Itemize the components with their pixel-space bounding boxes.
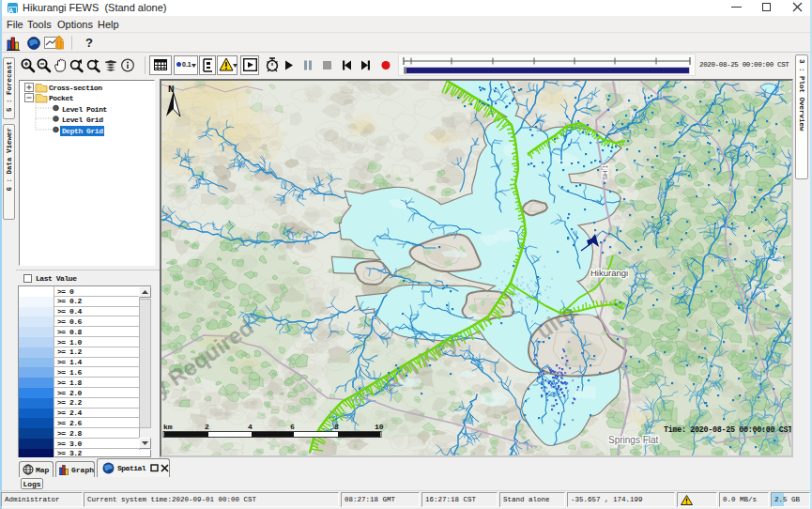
svg-text:6: 6 <box>290 423 295 431</box>
svg-text:4: 4 <box>248 423 253 431</box>
svg-text:Hikurangi: Hikurangi <box>590 268 628 278</box>
svg-text:km: km <box>163 423 173 431</box>
svg-text:8: 8 <box>334 423 339 431</box>
svg-text:Springs Flat: Springs Flat <box>608 435 659 445</box>
svg-text:SH 1: SH 1 <box>601 164 609 180</box>
svg-text:Time: 2020-08-25 00:00:00 CST: Time: 2020-08-25 00:00:00 CST <box>664 425 791 435</box>
svg-text:2: 2 <box>205 423 209 431</box>
svg-text:10: 10 <box>375 423 384 431</box>
